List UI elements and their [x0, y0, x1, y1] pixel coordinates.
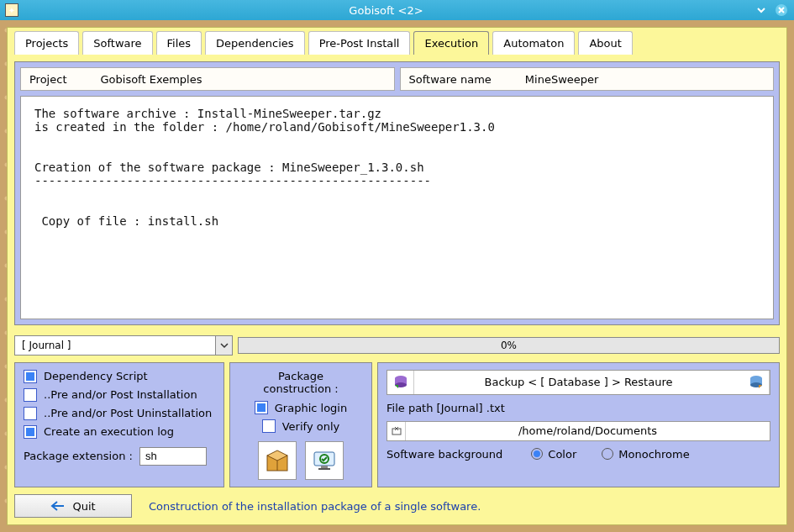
checkbox-icon: [24, 370, 37, 383]
window-title: Gobisoft <2>: [24, 4, 749, 17]
checkbox-icon: [255, 401, 268, 414]
tab-execution[interactable]: Execution: [413, 31, 489, 55]
dependency-script-check[interactable]: Dependency Script: [24, 370, 215, 383]
tab-automaton[interactable]: Automaton: [492, 31, 575, 55]
graphic-login-label: Graphic login: [275, 402, 347, 414]
checkbox-icon: [24, 407, 37, 420]
desktop-background: ProjectsSoftwareFilesDependenciesPre-Pos…: [0, 20, 794, 532]
backup-restore-label: Backup < [ Database ] > Restaure: [414, 376, 743, 388]
project-box: Project Gobisoft Exemples: [20, 67, 395, 91]
pre-post-uninstall-label: ..Pre and/or Post Uninstallation: [44, 407, 212, 419]
filepath-row: /home/roland/Documents: [386, 421, 770, 441]
pre-post-install-check[interactable]: ..Pre and/or Post Installation: [24, 388, 215, 402]
journal-combo-text: [ Journal ]: [15, 340, 215, 351]
graphic-login-check[interactable]: Graphic login: [255, 401, 347, 414]
monitor-icon: [311, 447, 338, 474]
restore-button[interactable]: [743, 371, 770, 394]
checkbox-icon: [262, 419, 276, 433]
tab-dependencies[interactable]: Dependencies: [205, 31, 305, 55]
open-folder-icon: [392, 426, 402, 436]
main-panel: Project Gobisoft Exemples Software name …: [14, 61, 780, 325]
package-extension-label: Package extension :: [24, 450, 133, 462]
project-label: Project: [29, 73, 66, 86]
exec-log-label: Create an execution log: [44, 425, 174, 438]
filepath-picker-button[interactable]: [387, 422, 406, 440]
svg-rect-14: [392, 429, 401, 435]
journal-combo[interactable]: [ Journal ]: [14, 335, 233, 356]
tab-pre-post-install[interactable]: Pre-Post Install: [308, 31, 411, 55]
menu-tabs: ProjectsSoftwareFilesDependenciesPre-Pos…: [8, 28, 786, 55]
progress-bar: 0%: [238, 337, 780, 354]
software-box: Software name MineSweeper: [400, 67, 775, 91]
tab-files[interactable]: Files: [156, 31, 202, 55]
checkbox-icon: [24, 425, 37, 439]
database-backup-icon: [392, 374, 409, 391]
color-radio[interactable]: Color: [531, 448, 576, 461]
app-icon: ✦: [5, 3, 18, 17]
backup-button[interactable]: [387, 371, 414, 394]
color-radio-label: Color: [548, 448, 576, 461]
arrow-left-icon: [50, 501, 66, 511]
tab-projects[interactable]: Projects: [14, 31, 79, 55]
verify-only-label: Verify only: [282, 420, 340, 433]
dependency-script-label: Dependency Script: [44, 370, 148, 382]
pre-post-install-label: ..Pre and/or Post Installation: [44, 388, 197, 401]
quit-button-label: Quit: [72, 500, 95, 513]
progress-text: 0%: [501, 340, 517, 351]
titlebar: ✦ Gobisoft <2>: [0, 0, 794, 20]
checkbox-icon: [24, 388, 37, 402]
verify-package-button[interactable]: [305, 441, 344, 480]
monochrome-radio-label: Monochrome: [618, 448, 689, 461]
chevron-down-icon: [215, 336, 232, 355]
log-output[interactable]: The software archive : Install-MineSweep…: [20, 96, 774, 319]
verify-only-check[interactable]: Verify only: [262, 419, 340, 433]
software-background-label: Software background: [386, 448, 502, 461]
quit-button[interactable]: Quit: [14, 494, 132, 518]
backup-panel: Backup < [ Database ] > Restaure File pa…: [377, 362, 780, 487]
minimize-button[interactable]: [754, 3, 769, 18]
close-button[interactable]: [774, 3, 789, 18]
database-restore-icon: [748, 374, 765, 391]
main-window: ProjectsSoftwareFilesDependenciesPre-Pos…: [7, 27, 787, 525]
radio-icon: [602, 448, 613, 460]
status-text: Construction of the installation package…: [149, 500, 481, 513]
backup-restore-bar: Backup < [ Database ] > Restaure: [386, 370, 770, 395]
package-icon: [264, 447, 291, 474]
radio-icon: [531, 448, 543, 460]
tab-about[interactable]: About: [578, 31, 632, 55]
package-construction-panel: Packageconstruction : Graphic login Veri…: [229, 362, 372, 487]
filepath-label: File path [Journal] .txt: [386, 402, 770, 414]
package-extension-input[interactable]: [139, 447, 207, 466]
filepath-value: /home/roland/Documents: [406, 424, 770, 437]
monochrome-radio[interactable]: Monochrome: [602, 448, 689, 461]
package-construction-title: Packageconstruction :: [263, 370, 338, 396]
exec-log-check[interactable]: Create an execution log: [24, 425, 215, 439]
build-package-button[interactable]: [258, 441, 297, 480]
svg-rect-6: [318, 468, 330, 470]
options-panel: Dependency Script ..Pre and/or Post Inst…: [14, 362, 224, 487]
pre-post-uninstall-check[interactable]: ..Pre and/or Post Uninstallation: [24, 407, 215, 420]
project-value: Gobisoft Exemples: [100, 73, 385, 86]
tab-software[interactable]: Software: [82, 31, 152, 55]
software-name-label: Software name: [409, 73, 492, 86]
svg-rect-5: [321, 466, 328, 468]
software-name-value: MineSweeper: [525, 73, 765, 86]
